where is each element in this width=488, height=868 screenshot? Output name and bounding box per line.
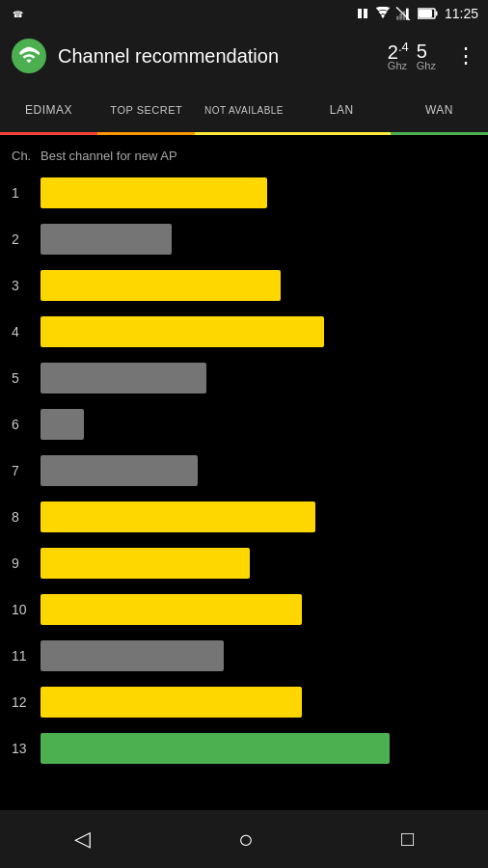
status-bar: ☎ 11:25 xyxy=(0,0,488,27)
svg-rect-10 xyxy=(435,12,437,16)
tab-top-secret-underline xyxy=(97,132,195,135)
svg-rect-5 xyxy=(399,14,402,20)
home-button[interactable]: ○ xyxy=(219,815,273,864)
bar-row: 5 xyxy=(12,356,476,400)
channel-bar xyxy=(41,594,302,625)
channel-label: 13 xyxy=(12,741,41,756)
tab-lan[interactable]: LAN xyxy=(293,85,391,135)
channel-bar xyxy=(41,640,224,671)
bar-container xyxy=(41,316,476,347)
bar-container xyxy=(41,687,476,718)
bar-row: 7 xyxy=(12,448,476,493)
bar-container xyxy=(41,177,476,208)
svg-rect-3 xyxy=(364,9,367,18)
channel-bar xyxy=(41,177,267,208)
bar-row: 4 xyxy=(12,310,476,354)
bar-container xyxy=(41,640,476,671)
wifi-app-icon xyxy=(18,45,40,67)
bars-container: 12345678910111213 xyxy=(12,171,476,771)
bar-row: 3 xyxy=(12,263,476,308)
channel-label: 9 xyxy=(12,556,41,571)
signal-icon xyxy=(396,7,412,20)
frequency-group: 2.4 Ghz 5 Ghz xyxy=(388,41,436,72)
col-ch-header: Ch. xyxy=(12,149,41,163)
channel-bar xyxy=(41,455,198,486)
tab-top-secret-label: TOP SECRET xyxy=(110,104,182,116)
channel-label: 11 xyxy=(12,648,41,664)
channel-label: 2 xyxy=(12,231,41,247)
channel-bar xyxy=(41,224,172,255)
tab-not-available-underline xyxy=(195,132,292,135)
bar-container xyxy=(41,363,476,393)
freq-24: 2.4 Ghz xyxy=(388,41,409,72)
col-best-header: Best channel for new AP xyxy=(41,149,177,163)
bar-container xyxy=(41,224,476,255)
bar-container xyxy=(41,548,476,579)
channel-label: 5 xyxy=(12,370,41,386)
bar-container xyxy=(41,270,476,301)
bar-row: 12 xyxy=(12,680,476,724)
app-title: Channel recommendation xyxy=(58,45,376,68)
bar-container xyxy=(41,502,476,532)
time-display: 11:25 xyxy=(445,6,478,21)
status-bar-left: ☎ xyxy=(10,5,27,22)
wifi-icon xyxy=(375,7,391,20)
bar-container xyxy=(41,594,476,625)
tab-wan[interactable]: WAN xyxy=(391,85,488,135)
channel-label: 7 xyxy=(12,463,41,478)
bar-row: 10 xyxy=(12,587,476,632)
content-area: Ch. Best channel for new AP 123456789101… xyxy=(0,135,488,780)
tab-edimax-label: EDIMAX xyxy=(25,103,72,117)
channel-bar xyxy=(41,363,206,393)
tabs-bar: EDIMAX TOP SECRET NOT AVAILABLE LAN WAN xyxy=(0,85,488,135)
freq-5: 5 Ghz xyxy=(417,41,436,71)
tab-not-available[interactable]: NOT AVAILABLE xyxy=(195,85,292,135)
tab-edimax-underline xyxy=(0,132,97,135)
channel-bar xyxy=(41,733,390,764)
channel-label: 6 xyxy=(12,417,41,432)
tab-top-secret[interactable]: TOP SECRET xyxy=(97,85,195,135)
channel-label: 12 xyxy=(12,694,41,710)
channel-bar xyxy=(41,687,302,718)
more-options-icon[interactable]: ⋮ xyxy=(455,43,476,68)
bar-row: 2 xyxy=(12,217,476,261)
tab-wan-underline xyxy=(391,132,488,135)
bar-row: 13 xyxy=(12,726,476,771)
channel-bar xyxy=(41,502,315,532)
app-bar: Channel recommendation 2.4 Ghz 5 Ghz ⋮ xyxy=(0,27,488,85)
svg-rect-11 xyxy=(419,10,432,17)
bar-row: 11 xyxy=(12,634,476,678)
freq-5-unit: Ghz xyxy=(417,61,436,71)
column-header: Ch. Best channel for new AP xyxy=(12,143,476,169)
bar-row: 8 xyxy=(12,495,476,539)
channel-label: 8 xyxy=(12,509,41,525)
channel-bar xyxy=(41,548,250,579)
channel-label: 1 xyxy=(12,185,41,201)
channel-bar xyxy=(41,409,84,440)
svg-rect-2 xyxy=(358,9,362,18)
bar-container xyxy=(41,733,476,764)
channel-bar xyxy=(41,316,324,347)
channel-label: 10 xyxy=(12,602,41,617)
tab-lan-underline xyxy=(293,132,391,135)
back-button[interactable]: ◁ xyxy=(55,817,110,861)
tab-edimax[interactable]: EDIMAX xyxy=(0,85,97,135)
bar-container xyxy=(41,455,476,486)
bar-row: 9 xyxy=(12,541,476,585)
battery-icon xyxy=(418,8,439,19)
bar-row: 6 xyxy=(12,402,476,447)
channel-bar xyxy=(41,270,281,301)
tab-wan-label: WAN xyxy=(425,103,453,117)
freq-24-number: 2.4 xyxy=(388,41,409,62)
svg-rect-4 xyxy=(396,16,399,20)
bar-container xyxy=(41,409,476,440)
navigation-bar: ◁ ○ □ xyxy=(0,810,488,868)
freq-24-unit: Ghz xyxy=(388,61,407,71)
android-icon: ☎ xyxy=(10,5,27,22)
bar-row: 1 xyxy=(12,171,476,215)
tab-not-available-label: NOT AVAILABLE xyxy=(204,105,284,116)
channel-label: 4 xyxy=(12,324,41,339)
status-bar-right: 11:25 xyxy=(356,6,478,21)
recent-button[interactable]: □ xyxy=(382,817,433,861)
tab-lan-label: LAN xyxy=(330,103,354,117)
